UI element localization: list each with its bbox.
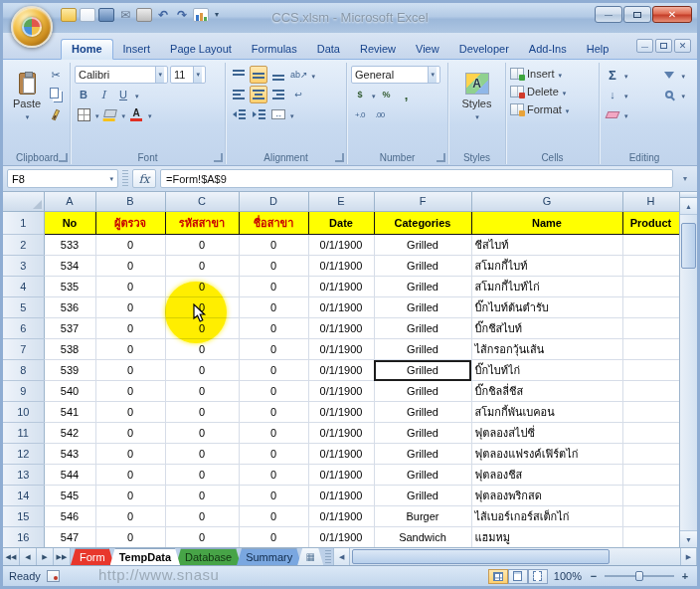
formula-bar-splitter[interactable] [122,170,128,187]
cell-D7[interactable]: 0 [239,339,308,360]
cell-F4[interactable]: Grilled [374,277,471,297]
row-header-6[interactable]: 6 [3,318,44,339]
column-header-F[interactable]: F [374,192,471,212]
column-header-D[interactable]: D [239,192,308,212]
new-icon[interactable] [80,8,95,22]
cell-E16[interactable]: 0/1/1900 [308,527,374,548]
open-icon[interactable] [61,8,77,22]
cell-F13[interactable]: Grilled [374,465,471,486]
cell-A11[interactable]: 542 [44,423,95,444]
horizontal-scrollbar[interactable]: ◀ ▶ [333,548,697,565]
cell-C12[interactable]: 0 [165,444,239,465]
row-header-11[interactable]: 11 [3,423,44,444]
cell-E5[interactable]: 0/1/1900 [308,297,374,318]
accounting-dropdown-arrow[interactable] [371,89,376,100]
alignment-dialog-launcher[interactable] [335,153,344,162]
ribbon-tab-help[interactable]: Help [577,40,619,59]
cell-E11[interactable]: 0/1/1900 [308,423,374,444]
cell-F8[interactable]: Grilled [374,360,471,381]
bold-button[interactable]: B [75,86,92,103]
row-header-14[interactable]: 14 [3,486,44,506]
cell-G5[interactable]: บิ๊กไบท์ต้นตำรับ [471,297,622,318]
row-header-3[interactable]: 3 [3,256,44,277]
cell-D15[interactable]: 0 [239,506,308,527]
align-left-button[interactable] [230,86,248,103]
row-header-4[interactable]: 4 [3,277,44,297]
accounting-format-button[interactable]: $ [351,86,369,103]
autosum-button[interactable]: Σ [604,66,621,84]
header-cell-B1[interactable]: ผู้ตรวจ [95,212,165,235]
scroll-left-button[interactable]: ◀ [333,548,350,565]
cell-G4[interactable]: สโมกกี้ไบท์ไก่ [471,277,622,297]
column-header-C[interactable]: C [165,192,239,212]
cell-D12[interactable]: 0 [239,444,308,465]
cell-D5[interactable]: 0 [239,297,308,318]
sheet-tab-summary[interactable]: Summary [237,548,301,565]
row-header-9[interactable]: 9 [3,381,44,402]
redo-icon[interactable]: ↷ [174,8,190,22]
cell-E2[interactable]: 0/1/1900 [308,235,374,256]
cell-A9[interactable]: 540 [44,381,95,402]
header-cell-C1[interactable]: รหัสสาขา [165,212,239,235]
cell-E6[interactable]: 0/1/1900 [308,318,374,339]
cell-G10[interactable]: สโมกกี้พันเบคอน [471,402,622,423]
italic-button[interactable]: I [94,86,112,103]
cell-D13[interactable]: 0 [239,465,308,486]
workbook-restore-button[interactable] [655,39,672,53]
cell-D2[interactable]: 0 [239,235,308,256]
cell-F12[interactable]: Grilled [374,444,471,465]
zoom-track[interactable] [605,575,674,577]
wrap-text-button[interactable]: ↩ [289,86,307,103]
formula-input[interactable]: =Form!$A$9 [160,169,673,188]
align-middle-button[interactable] [250,66,267,84]
row-header-8[interactable]: 8 [3,360,44,381]
clear-button[interactable] [604,105,621,123]
cell-D14[interactable]: 0 [239,486,308,506]
cell-D8[interactable]: 0 [239,360,308,381]
name-box-dropdown-arrow[interactable]: ▾ [109,175,113,183]
insert-worksheet-tab[interactable]: ▦ [297,548,323,565]
ribbon-tab-home[interactable]: Home [61,39,113,60]
styles-button[interactable]: Styles [455,66,499,129]
ribbon-tab-insert[interactable]: Insert [113,40,161,59]
cell-B2[interactable]: 0 [95,235,165,256]
paste-button[interactable]: Paste [9,66,45,129]
last-sheet-button[interactable]: ▶▶ [54,548,71,565]
cell-B16[interactable]: 0 [95,527,165,548]
row-header-5[interactable]: 5 [3,297,44,318]
page-break-view-button[interactable] [528,569,548,584]
cell-B14[interactable]: 0 [95,486,165,506]
cell-H3[interactable] [622,256,679,277]
scroll-right-button[interactable]: ▶ [680,548,697,565]
header-cell-A1[interactable]: No [44,212,95,235]
header-cell-F1[interactable]: Categories [374,212,471,235]
font-color-button[interactable] [127,105,145,123]
cell-H16[interactable] [622,527,679,548]
fill-color-button[interactable] [101,105,119,123]
cell-A15[interactable]: 546 [44,506,95,527]
cell-H11[interactable] [622,423,679,444]
cell-H9[interactable] [622,381,679,402]
column-header-H[interactable]: H [622,192,679,212]
cell-D11[interactable]: 0 [239,423,308,444]
save-icon[interactable] [98,8,114,22]
cell-H14[interactable] [622,486,679,506]
underline-button[interactable]: U [114,86,132,103]
cell-B10[interactable]: 0 [95,402,165,423]
font-color-dropdown-arrow[interactable] [147,108,152,120]
expand-formula-bar-button[interactable]: ▾ [677,174,693,183]
format-cells-button[interactable]: Format [510,100,595,118]
row-header-16[interactable]: 16 [3,527,44,548]
font-dialog-launcher[interactable] [214,153,223,162]
row-header-7[interactable]: 7 [3,339,44,360]
cell-B7[interactable]: 0 [95,339,165,360]
cell-H10[interactable] [622,402,679,423]
increase-indent-button[interactable] [250,105,267,123]
find-select-button[interactable] [660,86,678,103]
orientation-dropdown-arrow[interactable] [311,69,316,81]
column-header-A[interactable]: A [44,192,95,212]
header-cell-G1[interactable]: Name [471,212,622,235]
vertical-scroll-track[interactable] [680,215,697,530]
cell-E13[interactable]: 0/1/1900 [308,465,374,486]
select-all-corner[interactable] [3,192,44,212]
